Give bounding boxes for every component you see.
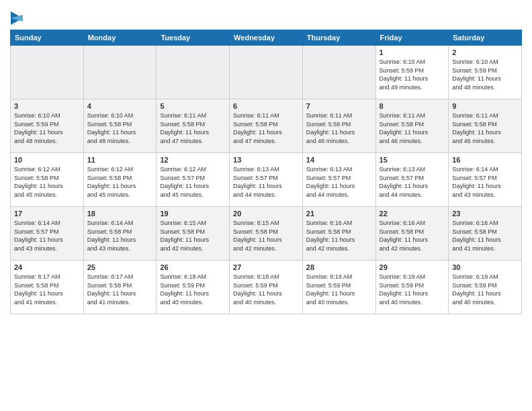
- weekday-header-tuesday: Tuesday: [157, 30, 230, 46]
- calendar-day-cell: 6Sunrise: 6:11 AMSunset: 5:58 PMDaylight…: [230, 99, 303, 153]
- day-number: 27: [233, 263, 299, 271]
- calendar-day-cell: 8Sunrise: 6:11 AMSunset: 5:58 PMDaylight…: [375, 99, 449, 153]
- calendar-week-row: 10Sunrise: 6:12 AMSunset: 5:58 PMDayligh…: [11, 153, 522, 207]
- calendar-day-cell: [157, 46, 230, 99]
- calendar-header-row: SundayMondayTuesdayWednesdayThursdayFrid…: [11, 30, 522, 46]
- calendar-day-cell: 22Sunrise: 6:16 AMSunset: 5:58 PMDayligh…: [375, 207, 449, 261]
- weekday-header-friday: Friday: [375, 30, 449, 46]
- day-number: 10: [14, 156, 80, 164]
- day-info: Sunrise: 6:13 AMSunset: 5:57 PMDaylight:…: [233, 165, 299, 199]
- day-info: Sunrise: 6:10 AMSunset: 5:59 PMDaylight:…: [380, 58, 445, 91]
- logo-general: [10, 9, 23, 26]
- day-info: Sunrise: 6:11 AMSunset: 5:58 PMDaylight:…: [233, 111, 299, 145]
- calendar-week-row: 3Sunrise: 6:10 AMSunset: 5:59 PMDaylight…: [11, 99, 522, 153]
- calendar-day-cell: 27Sunrise: 6:18 AMSunset: 5:59 PMDayligh…: [230, 261, 303, 314]
- calendar-week-row: 17Sunrise: 6:14 AMSunset: 5:57 PMDayligh…: [11, 207, 522, 261]
- calendar-day-cell: 21Sunrise: 6:16 AMSunset: 5:58 PMDayligh…: [302, 207, 375, 261]
- day-number: 21: [306, 210, 372, 218]
- day-number: 19: [160, 210, 226, 218]
- day-info: Sunrise: 6:16 AMSunset: 5:58 PMDaylight:…: [306, 219, 372, 253]
- calendar-day-cell: 23Sunrise: 6:16 AMSunset: 5:58 PMDayligh…: [449, 207, 522, 261]
- day-number: 6: [233, 102, 299, 110]
- calendar-table: SundayMondayTuesdayWednesdayThursdayFrid…: [10, 30, 522, 314]
- day-number: 13: [233, 156, 299, 164]
- day-number: 9: [452, 102, 518, 110]
- day-info: Sunrise: 6:16 AMSunset: 5:58 PMDaylight:…: [380, 219, 445, 253]
- calendar-day-cell: 14Sunrise: 6:13 AMSunset: 5:57 PMDayligh…: [302, 153, 375, 207]
- day-number: 23: [452, 210, 518, 218]
- calendar-day-cell: 10Sunrise: 6:12 AMSunset: 5:58 PMDayligh…: [11, 153, 84, 207]
- day-info: Sunrise: 6:10 AMSunset: 5:59 PMDaylight:…: [14, 111, 80, 145]
- day-info: Sunrise: 6:14 AMSunset: 5:57 PMDaylight:…: [14, 219, 80, 253]
- day-number: 4: [87, 102, 153, 110]
- day-info: Sunrise: 6:12 AMSunset: 5:58 PMDaylight:…: [14, 165, 80, 199]
- day-info: Sunrise: 6:19 AMSunset: 5:59 PMDaylight:…: [306, 273, 372, 306]
- day-info: Sunrise: 6:12 AMSunset: 5:57 PMDaylight:…: [160, 165, 226, 199]
- calendar-day-cell: 19Sunrise: 6:15 AMSunset: 5:58 PMDayligh…: [157, 207, 230, 261]
- calendar-day-cell: [302, 46, 375, 99]
- calendar-day-cell: 9Sunrise: 6:11 AMSunset: 5:58 PMDaylight…: [449, 99, 522, 153]
- day-number: 16: [452, 156, 518, 164]
- calendar-day-cell: 2Sunrise: 6:10 AMSunset: 5:59 PMDaylight…: [449, 46, 522, 99]
- day-info: Sunrise: 6:15 AMSunset: 5:58 PMDaylight:…: [160, 219, 226, 253]
- weekday-header-monday: Monday: [83, 30, 157, 46]
- calendar-day-cell: 20Sunrise: 6:15 AMSunset: 5:58 PMDayligh…: [230, 207, 303, 261]
- calendar-day-cell: 7Sunrise: 6:11 AMSunset: 5:58 PMDaylight…: [302, 99, 375, 153]
- day-number: 22: [380, 210, 445, 218]
- day-info: Sunrise: 6:11 AMSunset: 5:58 PMDaylight:…: [380, 111, 445, 145]
- day-info: Sunrise: 6:18 AMSunset: 5:59 PMDaylight:…: [160, 273, 226, 306]
- calendar-week-row: 1Sunrise: 6:10 AMSunset: 5:59 PMDaylight…: [11, 46, 522, 99]
- day-number: 17: [14, 210, 80, 218]
- page: SundayMondayTuesdayWednesdayThursdayFrid…: [0, 0, 532, 324]
- calendar-day-cell: 1Sunrise: 6:10 AMSunset: 5:59 PMDaylight…: [375, 46, 449, 99]
- calendar-day-cell: 25Sunrise: 6:17 AMSunset: 5:58 PMDayligh…: [83, 261, 157, 314]
- day-info: Sunrise: 6:14 AMSunset: 5:58 PMDaylight:…: [87, 219, 153, 253]
- day-number: 29: [380, 263, 445, 271]
- day-number: 14: [306, 156, 372, 164]
- day-info: Sunrise: 6:14 AMSunset: 5:57 PMDaylight:…: [452, 165, 518, 199]
- day-number: 5: [160, 102, 226, 110]
- day-info: Sunrise: 6:13 AMSunset: 5:57 PMDaylight:…: [306, 165, 372, 199]
- calendar-day-cell: 30Sunrise: 6:19 AMSunset: 5:59 PMDayligh…: [449, 261, 522, 314]
- calendar-day-cell: 28Sunrise: 6:19 AMSunset: 5:59 PMDayligh…: [302, 261, 375, 314]
- day-number: 11: [87, 156, 153, 164]
- day-info: Sunrise: 6:11 AMSunset: 5:58 PMDaylight:…: [306, 111, 372, 145]
- day-number: 18: [87, 210, 153, 218]
- day-info: Sunrise: 6:19 AMSunset: 5:59 PMDaylight:…: [452, 273, 518, 306]
- day-number: 7: [306, 102, 372, 110]
- calendar-day-cell: 4Sunrise: 6:10 AMSunset: 5:58 PMDaylight…: [83, 99, 157, 153]
- calendar-day-cell: 18Sunrise: 6:14 AMSunset: 5:58 PMDayligh…: [83, 207, 157, 261]
- day-info: Sunrise: 6:11 AMSunset: 5:58 PMDaylight:…: [452, 111, 518, 145]
- day-number: 24: [14, 263, 80, 271]
- day-number: 15: [380, 156, 445, 164]
- day-number: 2: [452, 48, 518, 56]
- day-info: Sunrise: 6:18 AMSunset: 5:59 PMDaylight:…: [233, 273, 299, 306]
- weekday-header-saturday: Saturday: [449, 30, 522, 46]
- calendar-day-cell: 13Sunrise: 6:13 AMSunset: 5:57 PMDayligh…: [230, 153, 303, 207]
- calendar-day-cell: 15Sunrise: 6:13 AMSunset: 5:57 PMDayligh…: [375, 153, 449, 207]
- day-info: Sunrise: 6:16 AMSunset: 5:58 PMDaylight:…: [452, 219, 518, 253]
- calendar-day-cell: 11Sunrise: 6:12 AMSunset: 5:58 PMDayligh…: [83, 153, 157, 207]
- calendar-day-cell: 26Sunrise: 6:18 AMSunset: 5:59 PMDayligh…: [157, 261, 230, 314]
- calendar-day-cell: 12Sunrise: 6:12 AMSunset: 5:57 PMDayligh…: [157, 153, 230, 207]
- header: [10, 7, 522, 24]
- weekday-header-thursday: Thursday: [302, 30, 375, 46]
- day-number: 28: [306, 263, 372, 271]
- day-info: Sunrise: 6:12 AMSunset: 5:58 PMDaylight:…: [87, 165, 153, 199]
- calendar-day-cell: 24Sunrise: 6:17 AMSunset: 5:58 PMDayligh…: [11, 261, 84, 314]
- day-number: 30: [452, 263, 518, 271]
- calendar-day-cell: 29Sunrise: 6:19 AMSunset: 5:59 PMDayligh…: [375, 261, 449, 314]
- calendar-day-cell: [11, 46, 84, 99]
- day-info: Sunrise: 6:10 AMSunset: 5:59 PMDaylight:…: [452, 58, 518, 91]
- day-number: 12: [160, 156, 226, 164]
- day-number: 8: [380, 102, 445, 110]
- calendar-day-cell: 17Sunrise: 6:14 AMSunset: 5:57 PMDayligh…: [11, 207, 84, 261]
- day-info: Sunrise: 6:19 AMSunset: 5:59 PMDaylight:…: [380, 273, 445, 306]
- day-info: Sunrise: 6:11 AMSunset: 5:58 PMDaylight:…: [160, 111, 226, 145]
- day-number: 25: [87, 263, 153, 271]
- day-number: 3: [14, 102, 80, 110]
- logo: [10, 9, 23, 24]
- day-info: Sunrise: 6:10 AMSunset: 5:58 PMDaylight:…: [87, 111, 153, 145]
- day-info: Sunrise: 6:13 AMSunset: 5:57 PMDaylight:…: [380, 165, 445, 199]
- day-number: 20: [233, 210, 299, 218]
